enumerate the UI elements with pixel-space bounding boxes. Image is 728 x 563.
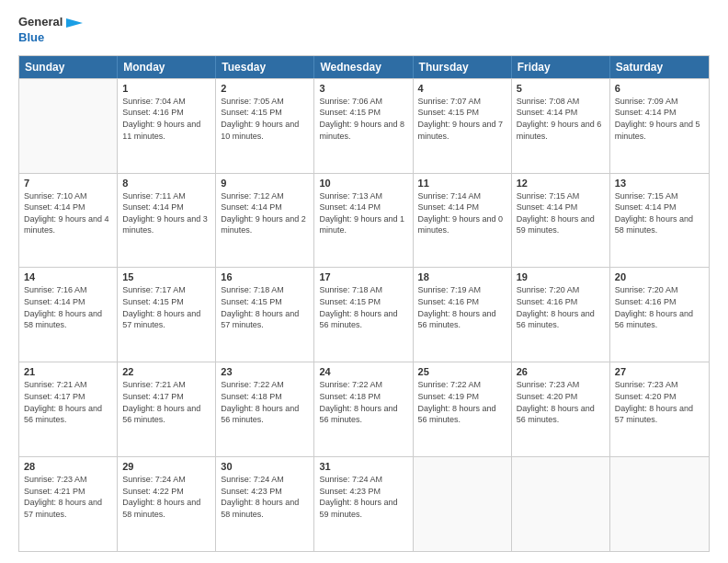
date-cell-10: 10 Sunrise: 7:13 AM Sunset: 4:14 PM Dayl… (314, 174, 413, 268)
cell-info: Sunrise: 7:20 AM Sunset: 4:16 PM Dayligh… (615, 284, 704, 330)
date-cell-8: 8 Sunrise: 7:11 AM Sunset: 4:14 PM Dayli… (118, 174, 216, 268)
date-cell-29: 29 Sunrise: 7:24 AM Sunset: 4:22 PM Dayl… (118, 457, 216, 551)
cell-info: Sunrise: 7:22 AM Sunset: 4:19 PM Dayligh… (418, 379, 506, 425)
date-cell-31: 31 Sunrise: 7:24 AM Sunset: 4:23 PM Dayl… (314, 457, 413, 551)
date-cell-21: 21 Sunrise: 7:21 AM Sunset: 4:17 PM Dayl… (19, 362, 118, 456)
cell-info: Sunrise: 7:07 AM Sunset: 4:15 PM Dayligh… (418, 96, 506, 142)
empty-cell (610, 457, 709, 551)
date-number: 11 (418, 178, 506, 189)
svg-marker-0 (66, 18, 83, 28)
cell-info: Sunrise: 7:10 AM Sunset: 4:14 PM Dayligh… (24, 190, 112, 236)
date-number: 3 (319, 83, 407, 94)
date-cell-19: 19 Sunrise: 7:20 AM Sunset: 4:16 PM Dayl… (512, 268, 610, 362)
calendar-header: SundayMondayTuesdayWednesdayThursdayFrid… (19, 56, 709, 78)
cell-info: Sunrise: 7:11 AM Sunset: 4:14 PM Dayligh… (122, 190, 210, 236)
cell-info: Sunrise: 7:24 AM Sunset: 4:23 PM Dayligh… (319, 474, 407, 520)
date-number: 27 (615, 366, 704, 377)
date-cell-12: 12 Sunrise: 7:15 AM Sunset: 4:14 PM Dayl… (512, 174, 610, 268)
date-cell-11: 11 Sunrise: 7:14 AM Sunset: 4:14 PM Dayl… (414, 174, 512, 268)
date-number: 29 (122, 461, 210, 472)
calendar-row-1: 7 Sunrise: 7:10 AM Sunset: 4:14 PM Dayli… (19, 173, 709, 268)
empty-cell (19, 79, 118, 173)
date-cell-7: 7 Sunrise: 7:10 AM Sunset: 4:14 PM Dayli… (19, 174, 118, 268)
date-number: 8 (122, 178, 210, 189)
date-cell-27: 27 Sunrise: 7:23 AM Sunset: 4:20 PM Dayl… (610, 362, 709, 456)
date-number: 30 (221, 461, 309, 472)
cell-info: Sunrise: 7:06 AM Sunset: 4:15 PM Dayligh… (319, 96, 407, 142)
cell-info: Sunrise: 7:04 AM Sunset: 4:16 PM Dayligh… (122, 96, 210, 142)
cell-info: Sunrise: 7:24 AM Sunset: 4:23 PM Dayligh… (221, 474, 309, 520)
date-cell-30: 30 Sunrise: 7:24 AM Sunset: 4:23 PM Dayl… (216, 457, 314, 551)
date-number: 9 (221, 178, 309, 189)
date-number: 12 (517, 178, 605, 189)
date-cell-20: 20 Sunrise: 7:20 AM Sunset: 4:16 PM Dayl… (610, 268, 709, 362)
empty-cell (512, 457, 610, 551)
logo-arrow-icon (66, 17, 83, 29)
cell-info: Sunrise: 7:14 AM Sunset: 4:14 PM Dayligh… (418, 190, 506, 236)
day-header-thursday: Thursday (414, 56, 512, 78)
date-number: 14 (24, 271, 112, 282)
date-cell-1: 1 Sunrise: 7:04 AM Sunset: 4:16 PM Dayli… (118, 79, 216, 173)
cell-info: Sunrise: 7:05 AM Sunset: 4:15 PM Dayligh… (221, 96, 309, 142)
cell-info: Sunrise: 7:23 AM Sunset: 4:21 PM Dayligh… (24, 474, 112, 520)
date-number: 20 (615, 271, 704, 282)
calendar-row-2: 14 Sunrise: 7:16 AM Sunset: 4:14 PM Dayl… (19, 267, 709, 362)
calendar: SundayMondayTuesdayWednesdayThursdayFrid… (18, 55, 710, 552)
date-cell-15: 15 Sunrise: 7:17 AM Sunset: 4:15 PM Dayl… (118, 268, 216, 362)
cell-info: Sunrise: 7:15 AM Sunset: 4:14 PM Dayligh… (615, 190, 704, 236)
day-header-sunday: Sunday (19, 56, 118, 78)
calendar-row-0: 1 Sunrise: 7:04 AM Sunset: 4:16 PM Dayli… (19, 78, 709, 173)
day-header-tuesday: Tuesday (216, 56, 314, 78)
day-header-monday: Monday (118, 56, 216, 78)
date-cell-23: 23 Sunrise: 7:22 AM Sunset: 4:18 PM Dayl… (216, 362, 314, 456)
date-number: 28 (24, 461, 112, 472)
calendar-row-4: 28 Sunrise: 7:23 AM Sunset: 4:21 PM Dayl… (19, 456, 709, 551)
date-cell-3: 3 Sunrise: 7:06 AM Sunset: 4:15 PM Dayli… (314, 79, 413, 173)
page: General Blue SundayMondayTuesdayWednesda… (0, 0, 728, 563)
cell-info: Sunrise: 7:15 AM Sunset: 4:14 PM Dayligh… (517, 190, 605, 236)
date-cell-24: 24 Sunrise: 7:22 AM Sunset: 4:18 PM Dayl… (314, 362, 413, 456)
cell-info: Sunrise: 7:21 AM Sunset: 4:17 PM Dayligh… (24, 379, 112, 425)
cell-info: Sunrise: 7:22 AM Sunset: 4:18 PM Dayligh… (221, 379, 309, 425)
date-cell-22: 22 Sunrise: 7:21 AM Sunset: 4:17 PM Dayl… (118, 362, 216, 456)
header: General Blue (18, 15, 710, 46)
date-number: 5 (517, 83, 605, 94)
date-number: 31 (319, 461, 407, 472)
date-number: 19 (517, 271, 605, 282)
date-number: 25 (418, 366, 506, 377)
day-header-saturday: Saturday (610, 56, 709, 78)
date-cell-14: 14 Sunrise: 7:16 AM Sunset: 4:14 PM Dayl… (19, 268, 118, 362)
date-number: 26 (517, 366, 605, 377)
date-number: 4 (418, 83, 506, 94)
cell-info: Sunrise: 7:23 AM Sunset: 4:20 PM Dayligh… (517, 379, 605, 425)
date-cell-17: 17 Sunrise: 7:18 AM Sunset: 4:15 PM Dayl… (314, 268, 413, 362)
date-cell-26: 26 Sunrise: 7:23 AM Sunset: 4:20 PM Dayl… (512, 362, 610, 456)
date-cell-18: 18 Sunrise: 7:19 AM Sunset: 4:16 PM Dayl… (414, 268, 512, 362)
cell-info: Sunrise: 7:22 AM Sunset: 4:18 PM Dayligh… (319, 379, 407, 425)
date-number: 6 (615, 83, 704, 94)
cell-info: Sunrise: 7:21 AM Sunset: 4:17 PM Dayligh… (122, 379, 210, 425)
date-number: 2 (221, 83, 309, 94)
cell-info: Sunrise: 7:17 AM Sunset: 4:15 PM Dayligh… (122, 284, 210, 330)
logo-general: General (18, 15, 83, 30)
date-cell-25: 25 Sunrise: 7:22 AM Sunset: 4:19 PM Dayl… (414, 362, 512, 456)
cell-info: Sunrise: 7:08 AM Sunset: 4:14 PM Dayligh… (517, 96, 605, 142)
cell-info: Sunrise: 7:24 AM Sunset: 4:22 PM Dayligh… (122, 474, 210, 520)
date-cell-16: 16 Sunrise: 7:18 AM Sunset: 4:15 PM Dayl… (216, 268, 314, 362)
cell-info: Sunrise: 7:13 AM Sunset: 4:14 PM Dayligh… (319, 190, 407, 236)
date-number: 10 (319, 178, 407, 189)
logo: General Blue (18, 15, 83, 46)
day-header-wednesday: Wednesday (314, 56, 413, 78)
cell-info: Sunrise: 7:18 AM Sunset: 4:15 PM Dayligh… (319, 284, 407, 330)
date-number: 1 (122, 83, 210, 94)
cell-info: Sunrise: 7:09 AM Sunset: 4:14 PM Dayligh… (615, 96, 704, 142)
logo-blue: Blue (18, 30, 83, 46)
date-cell-2: 2 Sunrise: 7:05 AM Sunset: 4:15 PM Dayli… (216, 79, 314, 173)
cell-info: Sunrise: 7:12 AM Sunset: 4:14 PM Dayligh… (221, 190, 309, 236)
date-cell-5: 5 Sunrise: 7:08 AM Sunset: 4:14 PM Dayli… (512, 79, 610, 173)
calendar-body: 1 Sunrise: 7:04 AM Sunset: 4:16 PM Dayli… (19, 78, 709, 551)
calendar-row-3: 21 Sunrise: 7:21 AM Sunset: 4:17 PM Dayl… (19, 362, 709, 456)
date-number: 13 (615, 178, 704, 189)
cell-info: Sunrise: 7:18 AM Sunset: 4:15 PM Dayligh… (221, 284, 309, 330)
cell-info: Sunrise: 7:19 AM Sunset: 4:16 PM Dayligh… (418, 284, 506, 330)
